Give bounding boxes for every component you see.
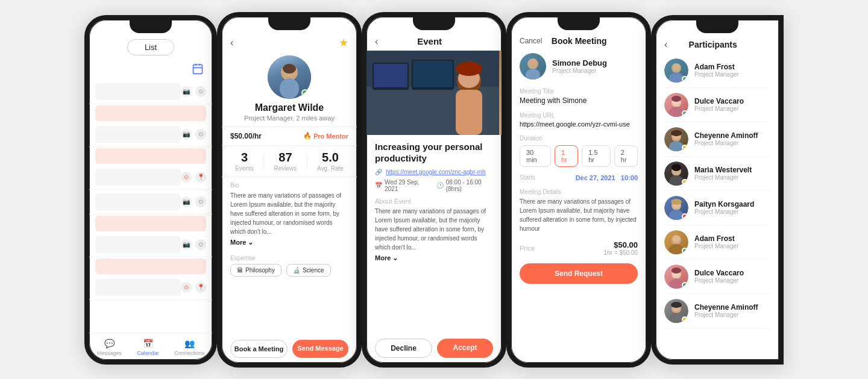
nav-calendar[interactable]: 📅 Calendar: [137, 338, 159, 356]
duration-2hr[interactable]: 2 hr: [614, 145, 638, 167]
send-request-button[interactable]: Send Request: [520, 263, 638, 284]
participant-info: Dulce Vaccaro Project Manager: [694, 97, 744, 112]
list-item: 📷 ⊙: [89, 190, 212, 215]
participant-info: Dulce Vaccaro Project Manager: [694, 269, 744, 284]
clock-icon: ⊙: [195, 129, 206, 140]
svg-point-31: [671, 130, 682, 136]
avgrate-stat: 5.0 Avg. Rate: [317, 151, 344, 172]
svg-point-23: [673, 63, 680, 70]
back-button[interactable]: ‹: [230, 37, 233, 48]
list-item: 📷 ⊙: [89, 122, 212, 147]
location-icon: 📍: [195, 282, 206, 293]
phone1-content: List: [89, 33, 212, 360]
cancel-button[interactable]: Cancel: [520, 37, 542, 45]
science-label: Science: [303, 267, 324, 274]
philosophy-label: Philosophy: [245, 267, 275, 274]
participant-name: Cheyenne Aminoff: [694, 303, 758, 312]
more-button[interactable]: More ⌄: [230, 239, 348, 246]
svg-rect-44: [669, 278, 684, 289]
participant-name: Cheyenne Aminoff: [694, 131, 758, 140]
expertise-section: Expertise 🏛 Philosophy 🔬 Science: [222, 251, 357, 280]
profile-subtitle: Project Manager, 2 miles away: [244, 114, 335, 122]
pink-bar: [95, 105, 206, 121]
connections-label: Connections: [174, 350, 204, 356]
phone3-wrapper: ‹ Event: [362, 12, 506, 368]
event-meta-url: 🔗 https://meet.google.com/znc-agbr-mh: [366, 167, 502, 177]
notch3: [413, 17, 455, 30]
person-title: Project Manager: [552, 67, 607, 74]
svg-rect-22: [669, 72, 684, 83]
nav-connections[interactable]: 👥 Connections: [174, 338, 204, 356]
calendar-icon[interactable]: [192, 63, 204, 77]
participant-role: Project Manager: [694, 105, 744, 112]
send-message-button[interactable]: Send Message: [292, 340, 348, 358]
participant-item: Dulce Vaccaro Project Manager: [664, 260, 770, 294]
item-bar: [95, 193, 181, 210]
more-label: More: [375, 254, 391, 262]
svg-point-50: [671, 302, 682, 308]
item-bar: [95, 236, 181, 253]
book-meeting-button[interactable]: Book a Meeting: [230, 340, 288, 358]
item-icons: 📷 ⊙: [181, 129, 206, 140]
starts-row: Starts Dec 27, 2021 10:00: [511, 172, 646, 186]
meeting-title-field: Meeting Title Meeting with Simone: [511, 86, 646, 110]
video-icon: 📷: [181, 239, 192, 250]
item-bar: [95, 279, 181, 296]
phone5-wrapper: ‹ Participants: [651, 15, 784, 365]
connections-icon: 👥: [184, 338, 195, 349]
pink-bar: [95, 216, 206, 231]
svg-rect-15: [456, 90, 482, 135]
duration-1hr[interactable]: 1 hr: [555, 145, 578, 167]
participant-avatar: [664, 161, 688, 186]
participant-info: Cheyenne Aminoff Project Manager: [694, 303, 758, 318]
star-icon[interactable]: ★: [339, 36, 348, 49]
video-icon: 📷: [181, 196, 192, 207]
reviews-number: 87: [278, 151, 292, 164]
clock-orange-icon: ⊙: [181, 282, 192, 293]
more-button[interactable]: More ⌄: [366, 252, 502, 265]
phone1: List: [84, 15, 217, 365]
link-icon: 🔗: [375, 169, 382, 175]
stats-numbers: 3 Events 87 Reviews 5.0 Avg. Rate: [222, 146, 357, 177]
svg-point-39: [671, 199, 682, 205]
philosophy-tag[interactable]: 🏛 Philosophy: [230, 264, 281, 277]
event-url[interactable]: https://meet.google.com/znc-agbr-mh: [386, 169, 486, 175]
science-tag[interactable]: 🔬 Science: [286, 264, 331, 277]
list-button[interactable]: List: [127, 39, 174, 55]
details-text[interactable]: There are many variations of passages of…: [520, 197, 638, 233]
svg-rect-25: [669, 107, 684, 117]
event-image: [366, 51, 502, 135]
list-item: ⊙ 📍: [89, 165, 212, 190]
participant-avatar: [664, 58, 688, 83]
location-icon: 📍: [195, 172, 206, 183]
list-item: 📷 ⊙: [89, 233, 212, 257]
participant-item: Cheyenne Aminoff Project Manager: [664, 294, 770, 328]
calendar-label: Calendar: [137, 350, 159, 356]
participant-avatar: [664, 230, 688, 254]
back-button[interactable]: ‹: [664, 39, 667, 50]
stat-divider: [307, 153, 307, 169]
starts-value[interactable]: Dec 27, 2021 10:00: [576, 174, 638, 181]
duration-30min[interactable]: 30 min: [520, 145, 551, 167]
online-indicator: [301, 89, 309, 96]
clock-icon: ⊙: [195, 86, 206, 97]
back-button[interactable]: ‹: [375, 36, 378, 47]
participant-item: Dulce Vaccaro Project Manager: [664, 88, 770, 122]
svg-rect-33: [669, 175, 684, 186]
svg-point-7: [283, 64, 296, 74]
participant-role: Project Manager: [694, 208, 754, 215]
accept-button[interactable]: Accept: [437, 339, 493, 358]
meeting-title-value[interactable]: Meeting with Simone: [520, 96, 638, 105]
duration-1-5hr[interactable]: 1.5 hr: [582, 145, 611, 167]
nav-messages[interactable]: 💬 Messages: [97, 338, 122, 356]
participants-title: Participants: [689, 40, 737, 49]
svg-rect-29: [669, 141, 684, 151]
item-bar: [95, 126, 181, 143]
chevron-down-icon: ⌄: [248, 239, 253, 246]
decline-button[interactable]: Decline: [375, 339, 432, 358]
bottom-nav: 💬 Messages 📅 Calendar 👥 Connections: [89, 333, 212, 360]
phone2: ‹ ★: [217, 12, 362, 368]
meeting-url-value[interactable]: https://meet.google.com/yzr-cvmi-use: [520, 121, 638, 128]
item-icons: 📷 ⊙: [181, 196, 206, 207]
item-icons: 📷 ⊙: [181, 239, 206, 250]
